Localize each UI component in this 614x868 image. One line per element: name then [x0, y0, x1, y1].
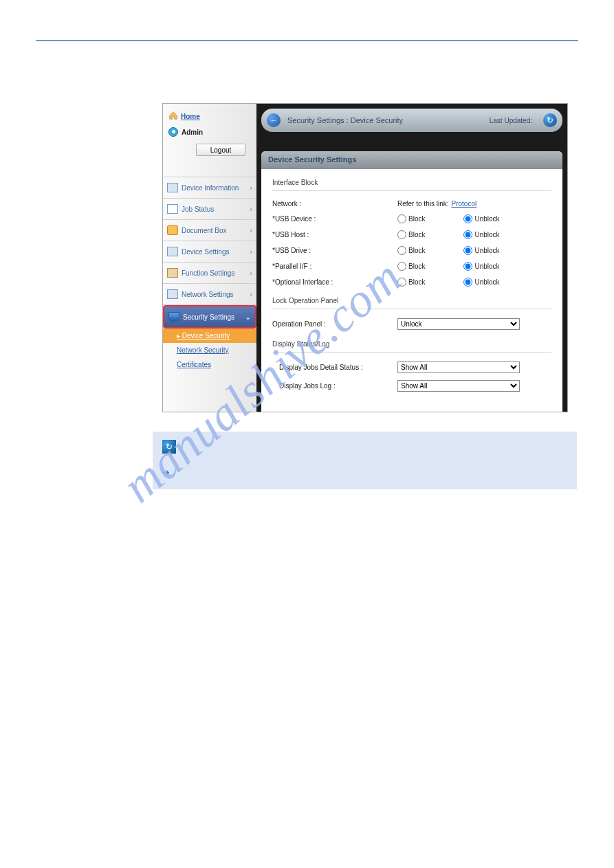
row-network: Network : Refer to this link: Protocol	[272, 197, 551, 211]
chevron-right-icon: ›	[250, 226, 252, 234]
chevron-right-icon: ›	[250, 290, 252, 298]
content-header: ← Security Settings : Device Security La…	[261, 109, 562, 132]
page-divider	[36, 40, 578, 41]
row-label: *USB Device :	[272, 215, 397, 223]
row-usb-host: *USB Host : Block Unblock	[272, 227, 551, 243]
chevron-right-icon: ›	[250, 269, 252, 277]
protocol-link[interactable]: Protocol	[451, 200, 476, 208]
display-jobs-detail-select[interactable]: Show All	[397, 361, 520, 373]
row-label: *USB Drive :	[272, 247, 397, 254]
row-label: Display Jobs Log :	[272, 382, 397, 390]
network-settings-icon	[167, 289, 178, 299]
sidebar-user: Admin	[168, 126, 251, 144]
sidebar-home[interactable]: Home	[168, 108, 251, 126]
breadcrumb: Security Settings : Device Security	[287, 116, 483, 124]
arrow-left-icon: ←	[270, 116, 278, 124]
sidebar-item-label: Function Settings	[182, 269, 234, 277]
content-area: ← Security Settings : Device Security La…	[256, 104, 567, 412]
function-settings-icon	[167, 268, 178, 278]
sidebar-item-network-settings[interactable]: Network Settings ›	[163, 284, 256, 305]
sidebar-item-label: Device Information	[182, 184, 239, 192]
section-divider	[272, 190, 551, 191]
sidebar-subitem-device-security[interactable]: Device Security	[163, 329, 256, 343]
sidebar-item-device-information[interactable]: Device Information ›	[163, 177, 256, 199]
row-label: *Parallel I/F :	[272, 263, 397, 270]
refresh-button[interactable]: ↻	[543, 113, 557, 127]
pane-title: Device Security Settings	[261, 151, 562, 169]
section-title-display-status: Display Status/Log	[272, 340, 551, 348]
sidebar-item-job-status[interactable]: Job Status ›	[163, 199, 256, 220]
app-window: Home Admin Logout Device Information › J…	[162, 103, 568, 412]
logout-button[interactable]: Logout	[196, 144, 245, 156]
section-divider	[272, 352, 551, 353]
note-box: ↻ ➔	[153, 432, 577, 489]
sidebar-item-label: Device Settings	[182, 248, 229, 256]
device-info-icon	[167, 183, 178, 192]
radio-block[interactable]: Block	[397, 246, 425, 255]
sidebar: Home Admin Logout Device Information › J…	[163, 104, 256, 412]
back-button[interactable]: ←	[267, 113, 281, 127]
display-jobs-log-select[interactable]: Show All	[397, 380, 520, 392]
sidebar-item-label: Network Settings	[182, 291, 234, 298]
shield-icon	[168, 312, 179, 322]
home-icon	[168, 111, 178, 122]
radio-block[interactable]: Block	[397, 214, 425, 223]
arrow-right-icon: ➔	[162, 467, 170, 478]
sidebar-item-document-box[interactable]: Document Box ›	[163, 220, 256, 241]
settings-pane: Device Security Settings Interface Block…	[261, 151, 562, 412]
home-link[interactable]: Home	[181, 113, 200, 120]
row-usb-device: *USB Device : Block Unblock	[272, 211, 551, 227]
radio-unblock[interactable]: Unblock	[463, 278, 499, 287]
chevron-right-icon: ›	[250, 247, 252, 256]
refresh-icon: ↻	[547, 115, 553, 125]
sidebar-subitem-certificates[interactable]: Certificates	[163, 357, 256, 372]
chevron-right-icon: ›	[250, 205, 252, 213]
sidebar-item-label: Job Status	[182, 205, 214, 213]
sidebar-subitem-network-security[interactable]: Network Security	[163, 343, 256, 357]
operation-panel-select[interactable]: Unlock	[397, 318, 520, 330]
row-display-jobs-log: Display Jobs Log : Show All	[272, 377, 551, 395]
note-refresh-icon: ↻	[162, 440, 176, 454]
network-hint: Refer to this link:	[397, 200, 448, 208]
row-operation-panel: Operation Panel : Unlock	[272, 315, 551, 333]
section-divider	[272, 309, 551, 309]
radio-unblock[interactable]: Unblock	[463, 262, 499, 271]
last-updated-label: Last Updated:	[490, 117, 536, 124]
row-optional-interface: *Optional Interface : Block Unblock	[272, 274, 551, 290]
chevron-down-icon: ⌄	[245, 313, 251, 322]
row-label: Operation Panel :	[272, 320, 397, 328]
row-label: *Optional Interface :	[272, 278, 397, 286]
sidebar-item-device-settings[interactable]: Device Settings ›	[163, 241, 256, 263]
sidebar-item-security-settings[interactable]: Security Settings ⌄	[163, 305, 256, 329]
sidebar-item-function-settings[interactable]: Function Settings ›	[163, 263, 256, 284]
document-box-icon	[167, 225, 178, 235]
sidebar-nav: Device Information › Job Status › Docume…	[163, 177, 256, 372]
radio-block[interactable]: Block	[397, 230, 425, 239]
row-label: Network :	[272, 200, 397, 208]
row-parallel-if: *Parallel I/F : Block Unblock	[272, 258, 551, 274]
row-label: Display Jobs Detail Status :	[272, 364, 397, 371]
section-title-interface-block: Interface Block	[272, 179, 551, 186]
row-label: *USB Host :	[272, 231, 397, 238]
radio-unblock[interactable]: Unblock	[463, 214, 499, 223]
user-icon	[168, 127, 178, 137]
radio-unblock[interactable]: Unblock	[463, 230, 499, 239]
radio-unblock[interactable]: Unblock	[463, 246, 499, 255]
sidebar-item-label: Document Box	[182, 227, 227, 234]
radio-block[interactable]: Block	[397, 262, 425, 271]
device-settings-icon	[167, 247, 178, 256]
sidebar-subitems: Device Security Network Security Certifi…	[163, 329, 256, 372]
row-usb-drive: *USB Drive : Block Unblock	[272, 243, 551, 258]
row-display-jobs-detail: Display Jobs Detail Status : Show All	[272, 358, 551, 377]
sidebar-item-label: Security Settings	[183, 313, 234, 321]
section-title-lock-panel: Lock Operation Panel	[272, 297, 551, 304]
radio-block[interactable]: Block	[397, 278, 425, 287]
chevron-right-icon: ›	[250, 183, 252, 192]
user-label: Admin	[182, 129, 203, 136]
job-status-icon	[167, 204, 178, 214]
